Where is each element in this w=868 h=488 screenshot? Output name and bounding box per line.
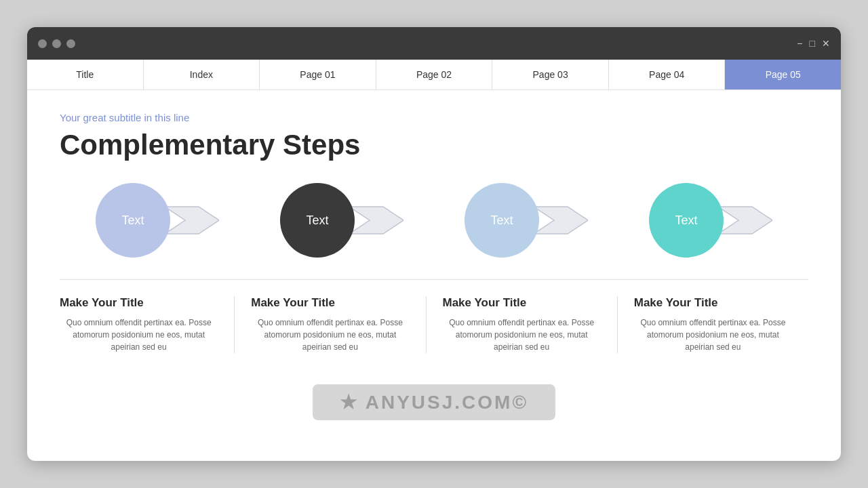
svg-marker-2 bbox=[534, 207, 588, 234]
info-title-3: Make Your Title bbox=[443, 296, 601, 310]
info-title-1: Make Your Title bbox=[60, 296, 218, 310]
step-label-2: Text bbox=[306, 214, 328, 228]
tabbar: Title Index Page 01 Page 02 Page 03 Page… bbox=[27, 60, 841, 90]
step-circle-1: Text bbox=[96, 183, 170, 258]
svg-marker-3 bbox=[718, 207, 772, 234]
info-col-2: Make Your Title Quo omnium offendit pert… bbox=[235, 296, 426, 353]
tab-page02[interactable]: Page 02 bbox=[376, 60, 493, 89]
step-circle-2: Text bbox=[280, 183, 355, 258]
info-col-3: Make Your Title Quo omnium offendit pert… bbox=[427, 296, 618, 353]
arrow-3 bbox=[534, 203, 588, 237]
info-col-4: Make Your Title Quo omnium offendit pert… bbox=[618, 296, 808, 353]
step-item-3: Text bbox=[434, 183, 618, 258]
step-item-1: Text bbox=[65, 183, 250, 258]
svg-marker-0 bbox=[165, 207, 219, 234]
tab-page03[interactable]: Page 03 bbox=[492, 60, 609, 89]
arrow-4 bbox=[718, 203, 772, 237]
tab-page01[interactable]: Page 01 bbox=[260, 60, 376, 89]
app-window: − □ ✕ Title Index Page 01 Page 02 Page 0… bbox=[27, 27, 841, 461]
traffic-lights bbox=[38, 39, 75, 48]
info-col-1: Make Your Title Quo omnium offendit pert… bbox=[60, 296, 235, 353]
maximize-button[interactable]: □ bbox=[810, 39, 815, 48]
traffic-light-2 bbox=[52, 39, 61, 48]
step-label-4: Text bbox=[675, 214, 697, 228]
info-title-4: Make Your Title bbox=[634, 296, 792, 310]
step-item-4: Text bbox=[618, 183, 803, 258]
window-controls: − □ ✕ bbox=[797, 39, 830, 48]
tab-page05[interactable]: Page 05 bbox=[725, 60, 841, 89]
info-text-2: Quo omnium offendit pertinax ea. Posse a… bbox=[251, 317, 409, 353]
traffic-light-3 bbox=[66, 39, 75, 48]
info-text-3: Quo omnium offendit pertinax ea. Posse a… bbox=[443, 317, 601, 353]
step-circle-3: Text bbox=[465, 183, 539, 258]
step-circle-4: Text bbox=[649, 183, 724, 258]
tab-title[interactable]: Title bbox=[27, 60, 144, 89]
traffic-light-1 bbox=[38, 39, 47, 48]
step-label-3: Text bbox=[490, 214, 513, 228]
step-label-1: Text bbox=[121, 214, 144, 228]
subtitle: Your great subtitle in this line bbox=[60, 112, 808, 123]
step-item-2: Text bbox=[250, 183, 434, 258]
tab-index[interactable]: Index bbox=[144, 60, 260, 89]
minimize-button[interactable]: − bbox=[797, 39, 802, 48]
titlebar: − □ ✕ bbox=[27, 27, 841, 60]
main-title: Complementary Steps bbox=[60, 129, 808, 161]
tab-page04[interactable]: Page 04 bbox=[609, 60, 726, 89]
close-button[interactable]: ✕ bbox=[822, 39, 830, 48]
svg-marker-1 bbox=[349, 207, 403, 234]
arrow-1 bbox=[165, 203, 219, 237]
main-content: Your great subtitle in this line Complem… bbox=[27, 90, 841, 461]
info-text-1: Quo omnium offendit pertinax ea. Posse a… bbox=[60, 317, 218, 353]
arrow-2 bbox=[349, 203, 403, 237]
info-row: Make Your Title Quo omnium offendit pert… bbox=[60, 279, 808, 353]
steps-row: Text Text bbox=[60, 183, 808, 258]
info-title-2: Make Your Title bbox=[251, 296, 409, 310]
info-text-4: Quo omnium offendit pertinax ea. Posse a… bbox=[634, 317, 792, 353]
